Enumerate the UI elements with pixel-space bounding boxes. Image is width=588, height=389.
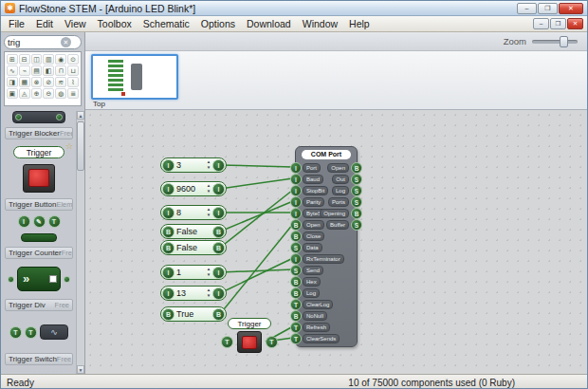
pin-connector[interactable]: I: [212, 207, 225, 219]
value-text[interactable]: 13: [175, 288, 205, 298]
trigger-button-preview[interactable]: ☆ Trigger: [5, 142, 73, 195]
palette-component-icon[interactable]: ⊔: [67, 65, 79, 76]
value-text[interactable]: True: [175, 309, 212, 319]
pin-connector[interactable]: B: [290, 231, 302, 242]
palette-component-icon[interactable]: ⊖: [43, 88, 54, 99]
value-text[interactable]: 1: [175, 268, 205, 277]
module-input-pin[interactable]: B Hex: [296, 276, 357, 287]
palette-component-icon[interactable]: ▣: [7, 88, 18, 99]
pin-connector[interactable]: T: [221, 336, 233, 348]
int-value-box[interactable]: I 9600 ▲▼ I: [160, 181, 227, 196]
sidebar-scrollbar[interactable]: ▲ ▼: [76, 111, 84, 374]
module-output-pin[interactable]: Buffer S: [296, 219, 357, 231]
palette-component-icon[interactable]: ⊟: [19, 54, 30, 65]
mdi-minimize-button[interactable]: –: [533, 18, 549, 29]
step-down-icon[interactable]: ▼: [205, 165, 212, 171]
palette-component-icon[interactable]: ◉: [55, 54, 66, 65]
scroll-down-arrow[interactable]: ▼: [77, 365, 84, 374]
scrollbar-thumb[interactable]: [77, 121, 84, 171]
pin-connector[interactable]: S: [351, 219, 362, 231]
step-down-icon[interactable]: ▼: [205, 272, 212, 278]
module-input-pin[interactable]: S Send: [296, 265, 357, 276]
pin-connector[interactable]: I: [162, 287, 175, 300]
menu-item[interactable]: Help: [343, 17, 376, 30]
palette-component-icon[interactable]: ⊗: [31, 77, 43, 87]
schematic-thumbnail[interactable]: [91, 54, 178, 100]
module-input-pin[interactable]: B Log: [296, 287, 357, 299]
pin-connector[interactable]: B: [351, 162, 362, 174]
trigger-counter-preview[interactable]: I✎T: [5, 213, 73, 244]
pin-connector[interactable]: I: [212, 183, 225, 195]
stepper[interactable]: ▲▼: [205, 207, 212, 218]
trigger-div-preview[interactable]: »: [5, 262, 73, 296]
palette-component-icon[interactable]: ◧: [43, 65, 54, 76]
menu-item[interactable]: Window: [297, 17, 343, 30]
menu-item[interactable]: View: [59, 17, 92, 30]
stepper[interactable]: ▲▼: [205, 267, 212, 278]
palette-component-icon[interactable]: ≋: [55, 77, 66, 87]
menu-item[interactable]: Download: [241, 17, 297, 30]
palette-component-icon[interactable]: ◨: [7, 77, 18, 87]
module-input-pin[interactable]: I RxTerminator: [296, 253, 357, 265]
pin-connector[interactable]: S: [290, 265, 302, 276]
palette-component-icon[interactable]: ∿: [7, 65, 18, 76]
trigger-blocker-preview[interactable]: [5, 109, 73, 124]
stepper[interactable]: ▲▼: [205, 159, 212, 171]
stepper[interactable]: ▲▼: [205, 183, 212, 194]
palette-component-icon[interactable]: ⌇: [67, 77, 79, 87]
pin-connector[interactable]: B: [351, 208, 362, 219]
bool-value-box[interactable]: B False B: [160, 240, 227, 255]
module-input-pin[interactable]: B NoNull: [296, 310, 357, 322]
pin-connector[interactable]: I: [212, 159, 225, 172]
pin-connector[interactable]: B: [212, 242, 225, 254]
value-text[interactable]: False: [175, 243, 212, 252]
menu-item[interactable]: File: [3, 17, 30, 30]
pin-connector[interactable]: I: [162, 207, 175, 219]
palette-component-icon[interactable]: ⊕: [31, 88, 43, 99]
step-down-icon[interactable]: ▼: [205, 293, 212, 299]
palette-component-icon[interactable]: ⌁: [19, 65, 30, 76]
module-input-pin[interactable]: T ClearSends: [296, 333, 357, 344]
value-text[interactable]: False: [175, 227, 212, 236]
palette-component-icon[interactable]: ▤: [31, 65, 43, 76]
module-input-pin[interactable]: T Refresh: [296, 322, 357, 333]
menu-item[interactable]: Toolbox: [92, 17, 138, 30]
scroll-up-arrow[interactable]: ▲: [77, 111, 84, 120]
mdi-restore-button[interactable]: ❐: [550, 18, 566, 29]
section-header-trigger-div[interactable]: Trigger Div Free: [5, 299, 73, 311]
module-output-pin[interactable]: Ports S: [296, 196, 357, 208]
section-header-trigger-blocker[interactable]: Trigger Blocker Free: [5, 127, 73, 139]
trigger-switch-preview[interactable]: TT ∿: [5, 314, 73, 350]
int-value-box[interactable]: I 13 ▲▼ I: [160, 286, 227, 301]
module-output-pin[interactable]: Log S: [296, 185, 357, 196]
module-input-pin[interactable]: T ClearLog: [296, 299, 357, 310]
menu-item[interactable]: Options: [195, 17, 241, 30]
palette-component-icon[interactable]: ⊘: [43, 77, 54, 87]
int-value-box[interactable]: I 1 ▲▼ I: [160, 265, 227, 280]
pin-connector[interactable]: B: [212, 308, 225, 321]
palette-component-icon[interactable]: ◬: [19, 88, 30, 99]
trigger-component[interactable]: Trigger T T: [225, 318, 274, 353]
search-input[interactable]: [8, 37, 61, 48]
pin-connector[interactable]: S: [351, 185, 362, 196]
toolbox-search-box[interactable]: ✕: [4, 35, 82, 49]
pin-connector[interactable]: B: [212, 226, 225, 238]
bool-value-box[interactable]: B True B: [160, 306, 227, 322]
trigger-red-button[interactable]: [28, 169, 49, 187]
pin-connector[interactable]: I: [162, 267, 175, 279]
pin-connector[interactable]: I: [162, 159, 175, 172]
palette-component-icon[interactable]: ⊓: [55, 65, 66, 76]
minimize-button[interactable]: –: [517, 3, 537, 14]
pin-connector[interactable]: T: [290, 322, 302, 333]
palette-component-icon[interactable]: ▦: [19, 77, 30, 87]
section-header-trigger-counter[interactable]: Trigger Counter Free: [5, 247, 73, 259]
pin-connector[interactable]: B: [290, 310, 302, 322]
menu-item[interactable]: Edit: [30, 17, 59, 30]
pin-connector[interactable]: S: [351, 174, 362, 185]
module-output-pin[interactable]: Open B: [296, 162, 357, 174]
pin-connector[interactable]: B: [162, 226, 175, 238]
pin-connector[interactable]: T: [266, 336, 278, 348]
thumbnail-label[interactable]: Top: [93, 100, 587, 108]
pin-connector[interactable]: I: [290, 253, 302, 265]
int-value-box[interactable]: I 8 ▲▼ I: [160, 205, 227, 220]
